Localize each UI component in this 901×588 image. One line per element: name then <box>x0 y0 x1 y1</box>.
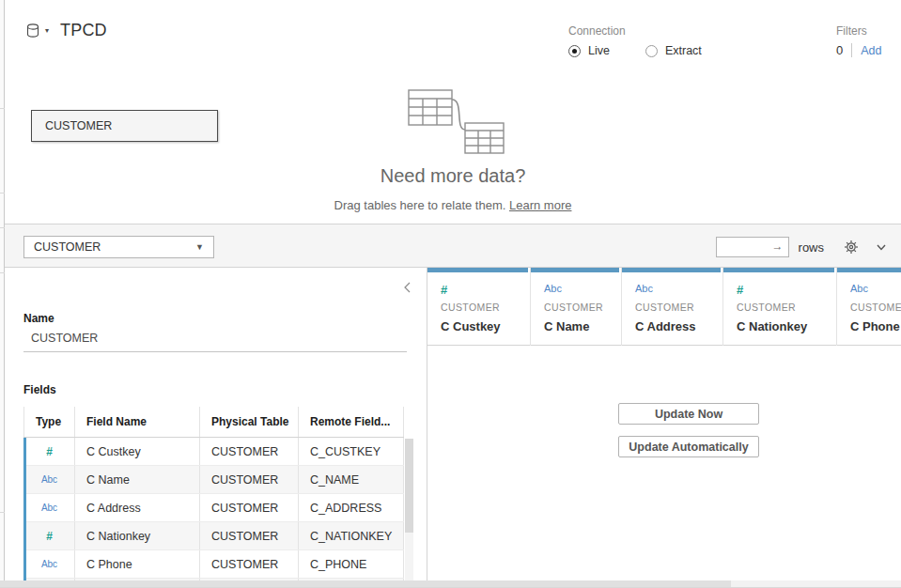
grid-column-c-custkey[interactable]: # CUSTOMER C Custkey <box>427 268 531 346</box>
fields-table-header: Type Field Name Physical Table Remote Fi… <box>23 406 404 438</box>
database-icon[interactable] <box>25 23 42 39</box>
pane-divider <box>0 512 5 513</box>
vertical-scrollbar[interactable] <box>405 439 413 588</box>
data-preview-grid: # CUSTOMER C Custkey Abc CUSTOMER C Name… <box>427 268 901 588</box>
column-field-name: C Phone <box>850 319 900 333</box>
settings-gear-button[interactable] <box>841 237 862 257</box>
fields-table: Type Field Name Physical Table Remote Fi… <box>23 406 404 588</box>
grid-column-c-address[interactable]: Abc CUSTOMER C Address <box>622 268 723 346</box>
tableau-datasource-page: ▾ TPCD Connection Live Extract Filters 0 <box>0 0 901 588</box>
radio-live[interactable]: Live <box>568 44 610 57</box>
column-table-name: CUSTOMER <box>441 302 500 313</box>
table-row[interactable]: # C Nationkey CUSTOMER C_NATIONKEY <box>23 522 404 550</box>
table-details-toolbar: CUSTOMER ▼ → rows <box>5 224 901 268</box>
scrollbar-thumb[interactable] <box>405 439 413 533</box>
column-accent-bar <box>427 268 528 272</box>
remote-field-cell: C_NAME <box>299 466 404 493</box>
name-field-underline <box>23 351 407 352</box>
physical-table-cell: CUSTOMER <box>200 466 299 493</box>
column-table-name: CUSTOMER <box>737 302 796 313</box>
table-row[interactable]: Abc C Name CUSTOMER C_NAME <box>23 466 404 494</box>
datasource-title-row: ▾ TPCD <box>25 21 107 40</box>
table-row[interactable]: Abc C Address CUSTOMER C_ADDRESS <box>23 494 404 522</box>
column-accent-bar <box>837 268 901 272</box>
fields-label: Fields <box>23 383 56 396</box>
table-selector-dropdown[interactable]: CUSTOMER ▼ <box>23 236 214 258</box>
datasource-title: TPCD <box>60 21 107 40</box>
remote-field-cell: C_NATIONKEY <box>299 522 404 549</box>
pane-divider <box>0 108 5 109</box>
learn-more-link[interactable]: Learn more <box>509 198 571 212</box>
add-filter-link[interactable]: Add <box>861 44 881 57</box>
field-name-cell: C Name <box>75 466 200 493</box>
column-header-field-name[interactable]: Field Name <box>75 407 200 437</box>
horizontal-scrollbar[interactable] <box>0 580 901 587</box>
grid-column-c-nationkey[interactable]: # CUSTOMER C Nationkey <box>723 268 837 346</box>
grid-column-c-phone[interactable]: Abc CUSTOMER C Phone <box>837 268 901 346</box>
field-name-cell: C Nationkey <box>75 522 200 549</box>
filters-section: Filters 0 Add <box>836 24 881 57</box>
field-name-cell: C Custkey <box>75 438 200 465</box>
scrollbar-thumb[interactable] <box>0 580 731 587</box>
physical-table-cell: CUSTOMER <box>200 550 299 578</box>
chevron-down-icon <box>875 240 888 254</box>
radio-extract[interactable]: Extract <box>645 44 702 57</box>
remote-field-cell: C_PHONE <box>299 550 404 578</box>
column-accent-bar <box>622 268 721 272</box>
string-type-icon: Abc <box>544 283 562 294</box>
selection-bar <box>23 438 26 588</box>
collapsed-left-pane[interactable] <box>0 0 5 588</box>
field-name-cell: C Address <box>75 494 200 521</box>
pane-divider <box>0 193 5 193</box>
rows-label: rows <box>799 240 824 255</box>
column-accent-bar <box>723 268 834 272</box>
string-type-icon: Abc <box>23 550 75 578</box>
chevron-left-icon <box>402 281 413 294</box>
column-table-name: CUSTOMER <box>635 302 694 313</box>
name-value-field[interactable]: CUSTOMER <box>31 332 98 345</box>
chevron-down-icon: ▼ <box>195 242 204 252</box>
column-table-name: CUSTOMER <box>544 302 603 313</box>
column-table-name: CUSTOMER <box>850 302 901 313</box>
fields-table-body: # C Custkey CUSTOMER C_CUSTKEY Abc C Nam… <box>23 438 404 588</box>
rows-controls: → rows <box>716 236 892 258</box>
number-type-icon: # <box>441 283 447 297</box>
name-label: Name <box>23 312 54 325</box>
column-header-type[interactable]: Type <box>23 407 75 437</box>
column-header-remote-field[interactable]: Remote Field... <box>299 407 404 437</box>
column-field-name: C Name <box>544 319 589 333</box>
database-caret-icon[interactable]: ▾ <box>45 26 49 35</box>
remote-field-cell: C_ADDRESS <box>299 494 404 521</box>
relationship-canvas: ▾ TPCD Connection Live Extract Filters 0 <box>5 0 901 224</box>
empty-state-subtitle: Drag tables here to relate them. Learn m… <box>5 198 901 212</box>
pane-divider <box>0 227 5 228</box>
column-field-name: C Nationkey <box>737 319 807 333</box>
radio-unselected-icon[interactable] <box>645 45 658 57</box>
pane-divider <box>0 272 5 273</box>
arrow-right-icon[interactable]: → <box>772 240 784 253</box>
number-type-icon: # <box>23 522 75 549</box>
string-type-icon: Abc <box>23 494 75 521</box>
update-now-button[interactable]: Update Now <box>618 403 759 425</box>
column-accent-bar <box>531 268 619 272</box>
connection-section: Connection Live Extract <box>568 24 738 57</box>
collapse-left-button[interactable] <box>402 281 413 294</box>
radio-selected-icon[interactable] <box>568 45 581 57</box>
collapse-panel-button[interactable] <box>871 237 892 257</box>
table-details-panel: Name CUSTOMER Fields Type Field Name Phy… <box>5 268 427 588</box>
physical-table-cell: CUSTOMER <box>200 494 299 521</box>
table-row[interactable]: Abc C Phone CUSTOMER C_PHONE <box>23 550 404 579</box>
number-type-icon: # <box>23 438 75 465</box>
physical-table-cell: CUSTOMER <box>200 522 299 549</box>
remote-field-cell: C_CUSTKEY <box>299 438 404 465</box>
update-automatically-button[interactable]: Update Automatically <box>618 436 759 457</box>
column-field-name: C Address <box>635 319 696 333</box>
connection-label: Connection <box>568 24 738 38</box>
grid-column-c-name[interactable]: Abc CUSTOMER C Name <box>531 268 622 346</box>
table-row[interactable]: # C Custkey CUSTOMER C_CUSTKEY <box>23 438 404 466</box>
tables-illustration <box>5 86 901 158</box>
column-header-physical-table[interactable]: Physical Table <box>200 407 299 437</box>
string-type-icon: Abc <box>23 466 75 493</box>
column-field-name: C Custkey <box>441 319 501 333</box>
filters-label: Filters <box>836 24 881 38</box>
